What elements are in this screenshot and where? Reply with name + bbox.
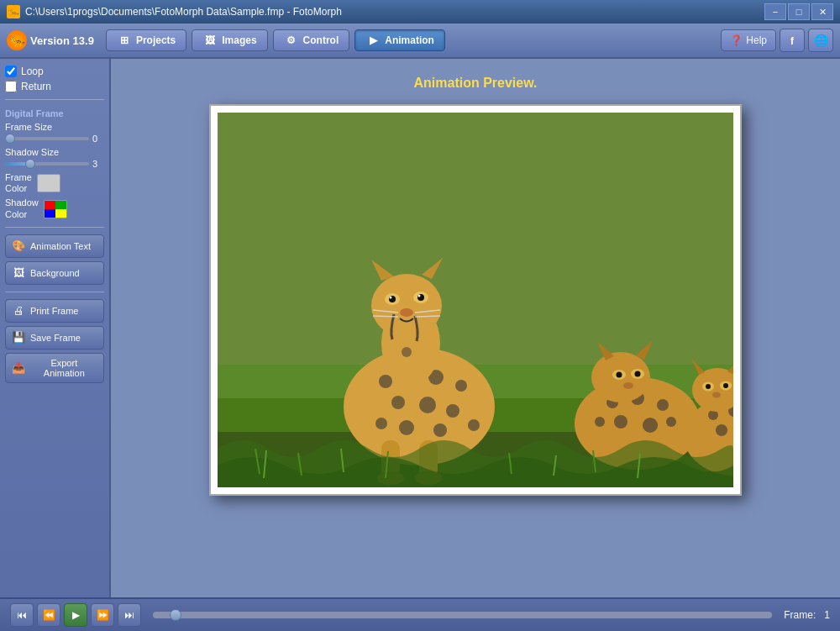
title-left: 🐆 C:\Users\1progs\Documents\FotoMorph Da… [7,5,342,18]
titlebar: 🐆 C:\Users\1progs\Documents\FotoMorph Da… [0,0,840,24]
tab-animation-label: Animation [385,34,434,46]
loop-row: Loop [5,66,104,77]
frame-color-row: FrameColor [5,172,104,194]
help-icon: ❓ [730,34,743,46]
app-logo: 🐆 Version 13.9 [7,30,94,50]
color-swatch-icon [45,201,66,218]
control-icon: ⚙ [284,34,299,46]
frame-color-picker[interactable] [37,174,60,192]
tab-control[interactable]: ⚙ Control [273,29,350,51]
svg-rect-1 [55,201,66,209]
app: 🐆 Version 13.9 ⊞ Projects 🖼 Images ⚙ Con… [0,24,840,631]
sidebar: Loop Return Digital Frame Frame Size 0 [0,59,111,597]
window-controls: − □ ✕ [764,3,833,20]
svg-point-30 [390,297,392,299]
play-button[interactable]: ▶ [64,603,87,627]
frame-size-value: 0 [92,134,104,144]
minimize-button[interactable]: − [764,3,786,20]
tab-control-label: Control [303,34,339,46]
print-frame-label: Print Frame [30,306,78,316]
prev-button[interactable]: ⏪ [37,603,60,627]
svg-point-17 [375,418,387,429]
facebook-button[interactable]: f [780,29,805,52]
maximize-button[interactable]: □ [788,3,810,20]
logo-icon: 🐆 [7,30,27,50]
shadow-size-slider[interactable] [5,162,89,166]
tab-projects-label: Projects [136,34,176,46]
frame-color-label: FrameColor [5,172,32,194]
print-frame-button[interactable]: 🖨 Print Frame [5,299,104,323]
svg-point-70 [712,392,721,398]
projects-icon: ⊞ [117,34,132,46]
frame-size-slider[interactable] [5,137,89,140]
progress-thumb[interactable] [170,609,181,621]
frame-number: 1 [824,609,830,621]
save-frame-button[interactable]: 💾 Save Frame [5,326,104,350]
progress-bar[interactable] [153,612,772,618]
shadow-size-row: Shadow Size 3 [5,147,104,169]
tab-images-label: Images [222,34,256,46]
facebook-icon: f [790,34,794,47]
svg-point-31 [418,295,421,297]
rewind-button[interactable]: ⏮ [10,603,34,627]
rewind-icon: ⏮ [17,609,27,621]
animation-text-button[interactable]: 🎨 Animation Text [5,234,104,258]
close-button[interactable]: ✕ [811,3,833,20]
background-button[interactable]: 🖼 Background [5,261,104,285]
version-label: Version 13.9 [30,34,94,47]
cheetah-image [218,113,733,487]
divider-3 [5,292,104,292]
toolbar: 🐆 Version 13.9 ⊞ Projects 🖼 Images ⚙ Con… [0,24,840,59]
svg-line-38 [415,316,440,317]
images-icon: 🖼 [202,34,218,46]
frame-size-thumb[interactable] [5,134,15,144]
svg-rect-2 [45,209,55,218]
frame-label: Frame: 1 [784,609,830,621]
digital-frame-label: Digital Frame [5,108,104,118]
svg-point-20 [468,419,480,431]
divider-1 [5,99,104,100]
svg-point-54 [617,372,622,378]
tab-images[interactable]: 🖼 Images [192,29,267,51]
bottombar: ⏮ ⏪ ▶ ⏩ ⏭ Frame: 1 [0,597,840,631]
play-icon: ▶ [72,609,80,621]
svg-rect-3 [55,209,66,218]
svg-point-32 [400,308,413,317]
save-frame-label: Save Frame [30,333,81,343]
animation-text-label: Animation Text [30,241,91,251]
frame-size-track-row: 0 [5,134,104,144]
svg-point-68 [706,384,711,389]
svg-point-56 [623,382,633,389]
svg-point-50 [666,417,676,427]
export-icon: 📤 [11,361,26,375]
export-animation-label: Export Animation [30,358,98,378]
return-label: Return [21,81,51,92]
svg-line-36 [373,316,398,317]
svg-point-25 [371,274,442,338]
help-button[interactable]: ❓ Help [721,29,776,51]
export-animation-button[interactable]: 📤 Export Animation [5,353,104,383]
web-button[interactable]: 🌐 [808,29,833,52]
return-checkbox[interactable] [5,81,17,92]
shadow-color-picker[interactable] [44,200,67,218]
svg-point-16 [446,404,459,418]
svg-rect-0 [45,201,55,209]
fast-forward-button[interactable]: ⏭ [118,603,141,627]
shadow-color-label: ShadowColor [5,197,39,219]
loop-checkbox[interactable] [5,66,17,77]
web-icon: 🌐 [814,34,828,47]
svg-point-48 [643,418,658,433]
svg-point-10 [379,375,392,388]
svg-point-18 [399,420,414,435]
next-button[interactable]: ⏩ [91,603,114,627]
shadow-color-row: ShadowColor [5,197,104,219]
svg-point-47 [614,415,627,429]
app-icon: 🐆 [7,5,20,18]
window-title: C:\Users\1progs\Documents\FotoMorph Data… [25,6,342,18]
shadow-size-thumb[interactable] [25,159,35,169]
tab-projects[interactable]: ⊞ Projects [106,29,186,51]
help-label: Help [746,34,767,46]
return-row: Return [5,81,104,92]
frame-container [209,104,742,496]
tab-animation[interactable]: ▶ Animation [354,29,445,51]
